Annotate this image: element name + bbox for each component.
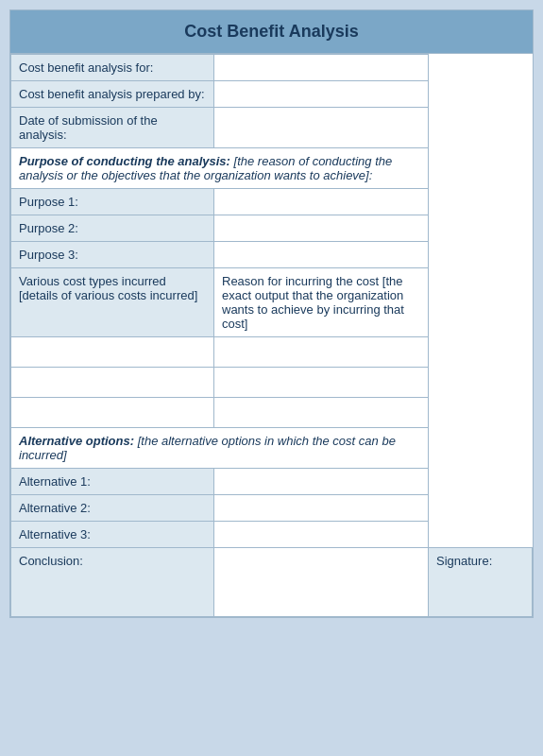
date-value[interactable]: [214, 108, 429, 148]
cost3-value-cell[interactable]: [214, 398, 429, 428]
row-alt-intro: Alternative options: [the alternative op…: [11, 428, 533, 469]
alt1-label: Alternative 1:: [11, 469, 214, 495]
cost-types-label: Various cost types incurred [details of …: [11, 268, 214, 337]
row-conclusion: Conclusion: Signature:: [11, 548, 533, 617]
row-cost1: [11, 337, 533, 368]
row-alt1: Alternative 1:: [11, 469, 533, 495]
row-prepared: Cost benefit analysis prepared by:: [11, 81, 533, 108]
purpose-intro-cell: Purpose of conducting the analysis: [the…: [11, 148, 429, 189]
document: Cost Benefit Analysis Cost benefit analy…: [9, 9, 534, 618]
alt1-value[interactable]: [214, 469, 429, 495]
row-cost-header: Various cost types incurred [details of …: [11, 268, 533, 337]
cost1-value-cell[interactable]: [214, 337, 429, 368]
reason-header: Reason for incurring the cost [the exact…: [214, 268, 429, 337]
for-label: Cost benefit analysis for:: [11, 55, 214, 81]
row-alt2: Alternative 2:: [11, 495, 533, 522]
purpose2-label: Purpose 2:: [11, 215, 214, 242]
alt3-label: Alternative 3:: [11, 522, 214, 548]
row-date: Date of submission of the analysis:: [11, 108, 533, 148]
signature-area[interactable]: [436, 568, 524, 610]
date-label: Date of submission of the analysis:: [11, 108, 214, 148]
prepared-value[interactable]: [214, 81, 429, 108]
cost3-label-cell[interactable]: [11, 398, 214, 428]
alt-intro-label: Alternative options:: [19, 434, 134, 448]
cost2-value-cell[interactable]: [214, 368, 429, 398]
row-cost2: [11, 368, 533, 398]
purpose1-label: Purpose 1:: [11, 189, 214, 215]
alt-intro-cell: Alternative options: [the alternative op…: [11, 428, 429, 469]
conclusion-value[interactable]: [214, 548, 429, 617]
main-table: Cost benefit analysis for: Cost benefit …: [10, 54, 533, 617]
row-cost3: [11, 398, 533, 428]
row-purpose1: Purpose 1:: [11, 189, 533, 215]
purpose3-value[interactable]: [214, 242, 429, 268]
alt2-label: Alternative 2:: [11, 495, 214, 522]
conclusion-label: Conclusion:: [11, 548, 214, 617]
signature-label: Signature:: [436, 554, 524, 568]
signature-cell: Signature:: [429, 548, 533, 617]
purpose1-value[interactable]: [214, 189, 429, 215]
prepared-label: Cost benefit analysis prepared by:: [11, 81, 214, 108]
alt2-value[interactable]: [214, 495, 429, 522]
row-purpose-intro: Purpose of conducting the analysis: [the…: [11, 148, 533, 189]
row-for: Cost benefit analysis for:: [11, 55, 533, 81]
for-value[interactable]: [214, 55, 429, 81]
cost2-label-cell[interactable]: [11, 368, 214, 398]
row-alt3: Alternative 3:: [11, 522, 533, 548]
purpose2-value[interactable]: [214, 215, 429, 242]
document-title: Cost Benefit Analysis: [10, 10, 533, 54]
alt3-value[interactable]: [214, 522, 429, 548]
row-purpose3: Purpose 3:: [11, 242, 533, 268]
purpose3-label: Purpose 3:: [11, 242, 214, 268]
purpose-intro-label: Purpose of conducting the analysis:: [19, 154, 230, 168]
cost1-label-cell[interactable]: [11, 337, 214, 368]
row-purpose2: Purpose 2:: [11, 215, 533, 242]
